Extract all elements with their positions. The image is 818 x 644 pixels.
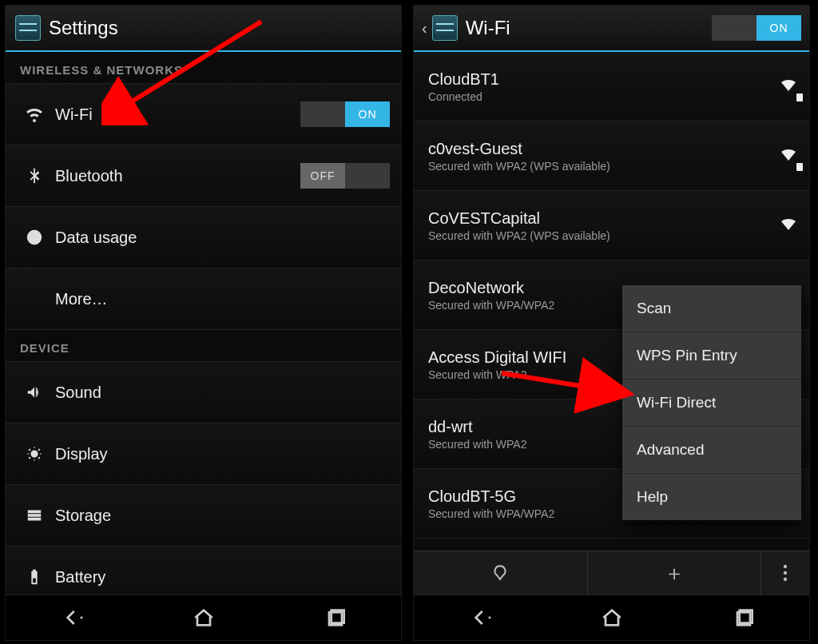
storage-icon [17, 507, 52, 524]
back-caret-icon[interactable]: ‹ [422, 19, 427, 38]
menu-item-advanced[interactable]: Advanced [622, 427, 801, 474]
menu-item-wifi-direct[interactable]: Wi-Fi Direct [622, 380, 801, 427]
battery-label: Battery [55, 568, 387, 586]
sound-row[interactable]: Sound [6, 362, 401, 423]
settings-list: WIRELESS & NETWORKS Wi-Fi ON Bluetooth O… [6, 52, 401, 594]
menu-item-wps-pin[interactable]: WPS Pin Entry [622, 332, 801, 380]
network-ssid: c0vest-Guest [428, 140, 699, 158]
settings-screen: Settings WIRELESS & NETWORKS Wi-Fi ON Bl… [5, 5, 402, 641]
storage-row[interactable]: Storage [6, 485, 401, 547]
bluetooth-row[interactable]: Bluetooth OFF [6, 145, 401, 207]
section-header-wireless: WIRELESS & NETWORKS [6, 52, 401, 84]
network-ssid: CloudBT1 [428, 70, 699, 89]
network-ssid: CoVESTCapital [428, 209, 699, 228]
network-status: Secured with WPA2 (WPS available) [428, 160, 699, 173]
action-bar: Settings [6, 6, 401, 52]
network-status: Secured with WPA2 (WPS available) [428, 229, 699, 242]
bluetooth-toggle[interactable]: OFF [300, 163, 390, 189]
more-label: More… [55, 290, 387, 308]
nav-recent[interactable] [677, 595, 809, 640]
nav-home[interactable] [546, 595, 677, 640]
wifi-label: Wi-Fi [55, 105, 291, 124]
wifi-signal-icon [779, 145, 798, 168]
add-network-button[interactable]: ＋ [588, 551, 762, 594]
storage-label: Storage [55, 507, 387, 525]
wifi-signal-icon [779, 75, 798, 98]
wifi-bottom-toolbar: ＋ [414, 551, 809, 594]
more-row[interactable]: More… [6, 268, 401, 330]
wifi-signal-icon [779, 214, 798, 237]
nav-home[interactable] [137, 595, 269, 640]
wifi-master-toggle[interactable]: ON [712, 15, 801, 41]
bluetooth-label: Bluetooth [55, 167, 291, 185]
menu-item-help[interactable]: Help [622, 474, 801, 520]
network-row[interactable]: CloudBT1 Connected [414, 52, 809, 121]
svg-point-5 [784, 578, 787, 581]
display-row[interactable]: Display [6, 423, 401, 485]
network-status: Connected [428, 90, 699, 103]
nav-recent[interactable] [269, 595, 401, 640]
nav-back[interactable] [6, 595, 137, 640]
wifi-row[interactable]: Wi-Fi ON [6, 84, 401, 145]
data-usage-row[interactable]: Data usage [6, 207, 401, 268]
display-label: Display [55, 445, 387, 463]
system-navbar [414, 594, 809, 640]
page-title: Wi-Fi [466, 17, 510, 39]
network-row[interactable]: CoVESTCapital Secured with WPA2 (WPS ava… [414, 191, 809, 260]
menu-item-scan[interactable]: Scan [622, 285, 801, 332]
system-navbar [6, 594, 401, 640]
settings-app-icon [14, 14, 42, 42]
wifi-toggle[interactable]: ON [300, 101, 390, 127]
page-title: Settings [49, 17, 118, 39]
wifi-screen: ‹ Wi-Fi ON CloudBT1 Connected c0vest-Gue… [413, 5, 810, 641]
bluetooth-icon [17, 167, 52, 185]
wifi-icon [17, 105, 52, 124]
sound-icon [17, 384, 52, 401]
wps-button[interactable] [414, 551, 588, 594]
section-header-device: DEVICE [6, 330, 401, 362]
data-usage-label: Data usage [55, 229, 387, 247]
network-row[interactable]: c0vest-Guest Secured with WPA2 (WPS avai… [414, 121, 809, 191]
svg-point-3 [784, 565, 787, 568]
battery-row[interactable]: Battery [6, 547, 401, 594]
overflow-menu: Scan WPS Pin Entry Wi-Fi Direct Advanced… [622, 285, 801, 520]
settings-app-icon[interactable] [431, 14, 459, 42]
nav-back[interactable] [414, 595, 546, 640]
battery-icon [17, 568, 52, 586]
overflow-menu-button[interactable] [761, 551, 809, 594]
svg-point-4 [784, 571, 787, 574]
display-icon [17, 445, 52, 463]
data-usage-icon [17, 229, 52, 246]
action-bar: ‹ Wi-Fi ON [414, 6, 809, 52]
sound-label: Sound [55, 384, 387, 402]
